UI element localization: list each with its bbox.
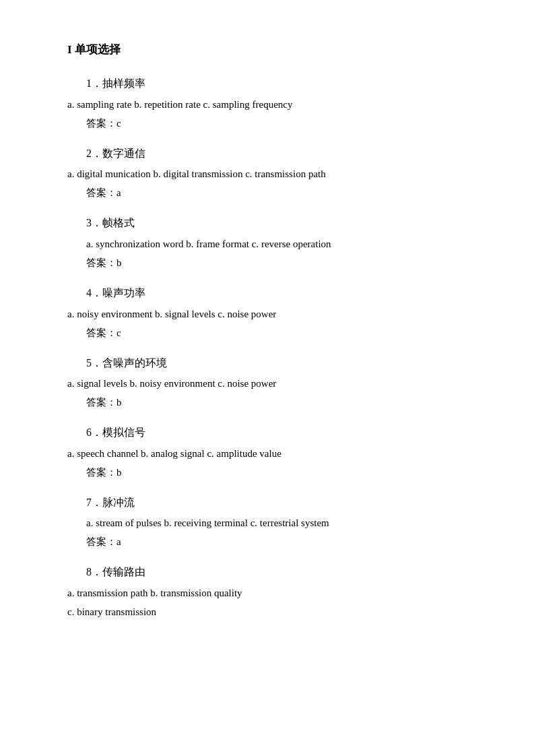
question-6-options: a. speech channel b. analog signal c. am… [67,445,480,462]
section-title: I 单项选择 [67,40,480,59]
question-3-answer: 答案：b [67,255,480,271]
question-8: 8．传输路由 a. transmission path b. transmiss… [67,563,480,620]
question-3-options: a. synchronization word b. frame format … [67,236,480,252]
question-1: 1．抽样频率 a. sampling rate b. repetition ra… [67,75,480,131]
question-4-options: a. noisy environment b. signal levels c.… [67,306,480,322]
question-1-options: a. sampling rate b. repetition rate c. s… [67,96,480,113]
question-5-number: 5．含噪声的环境 [67,354,480,372]
question-3: 3．帧格式 a. synchronization word b. frame f… [67,214,480,271]
question-4-answer: 答案：c [67,325,480,341]
question-5: 5．含噪声的环境 a. signal levels b. noisy envir… [67,354,480,411]
question-1-answer: 答案：c [67,115,480,131]
question-5-answer: 答案：b [67,394,480,410]
question-8-options-line2: c. binary transmission [67,604,480,620]
question-2-options: a. digital munication b. digital transmi… [67,166,480,182]
question-7-options: a. stream of pulses b. receiving termina… [67,515,480,531]
question-3-number: 3．帧格式 [67,214,480,232]
question-7: 7．脉冲流 a. stream of pulses b. receiving t… [67,494,480,550]
question-7-answer: 答案：a [67,534,480,550]
question-2-number: 2．数字通信 [67,145,480,162]
question-1-number: 1．抽样频率 [67,75,480,92]
question-2-answer: 答案：a [67,185,480,201]
question-2: 2．数字通信 a. digital munication b. digital … [67,145,480,201]
question-6-number: 6．模拟信号 [67,424,480,441]
question-4-number: 4．噪声功率 [67,284,480,302]
question-4: 4．噪声功率 a. noisy environment b. signal le… [67,284,480,341]
question-7-number: 7．脉冲流 [67,494,480,511]
question-5-options: a. signal levels b. noisy environment c.… [67,375,480,391]
question-6: 6．模拟信号 a. speech channel b. analog signa… [67,424,480,480]
question-8-options-line1: a. transmission path b. transmission qua… [67,585,480,601]
question-8-number: 8．传输路由 [67,563,480,581]
question-6-answer: 答案：b [67,464,480,480]
